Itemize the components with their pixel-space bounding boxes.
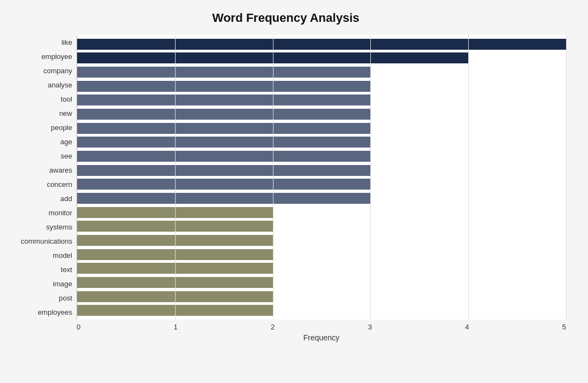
x-tick: 5: [562, 323, 566, 331]
bar: [77, 249, 273, 260]
bar: [77, 179, 370, 190]
bar-row: [77, 290, 566, 304]
bar-row: [77, 135, 566, 150]
y-label: concern: [5, 177, 72, 191]
bar-row: [77, 51, 566, 66]
y-label: model: [5, 249, 72, 263]
bar-row: [77, 191, 566, 205]
y-label: awares: [5, 163, 72, 177]
bar: [77, 305, 273, 316]
x-axis: 012345 Frequency: [77, 323, 566, 342]
bar: [77, 67, 370, 78]
y-label: age: [5, 134, 72, 149]
bar: [77, 221, 273, 232]
bar: [77, 151, 370, 162]
y-label: tool: [5, 92, 72, 106]
bar: [77, 123, 370, 134]
y-label: people: [5, 120, 72, 134]
x-tick: 0: [77, 323, 80, 331]
bar-row: [77, 149, 566, 163]
bar-row: [77, 37, 566, 51]
bar-row: [77, 93, 566, 108]
y-label: new: [5, 106, 72, 120]
y-label: see: [5, 149, 72, 163]
bar: [77, 52, 468, 63]
y-label: add: [5, 192, 72, 206]
y-label: image: [5, 277, 72, 291]
bar-row: [77, 233, 566, 248]
y-label: communications: [5, 234, 72, 249]
bar: [77, 109, 370, 120]
bar: [77, 81, 370, 92]
y-label: like: [5, 35, 72, 49]
bar-row: [77, 275, 566, 290]
bar: [77, 291, 273, 302]
chart-title: Word Frequency Analysis: [5, 11, 566, 25]
bar: [77, 39, 566, 50]
bar-row: [77, 79, 566, 93]
bar: [77, 207, 273, 218]
y-labels: likeemployeecompanyanalysetoolnewpeoplea…: [5, 35, 77, 320]
y-label: post: [5, 291, 72, 305]
y-label: company: [5, 63, 72, 78]
bar-row: [77, 107, 566, 121]
y-label: employee: [5, 49, 72, 63]
x-tick: 3: [368, 323, 372, 331]
bar-row: [77, 163, 566, 178]
y-label: systems: [5, 220, 72, 234]
bar: [77, 165, 370, 176]
bar-row: [77, 262, 566, 276]
y-label: text: [5, 263, 72, 277]
bar: [77, 235, 273, 246]
bar-row: [77, 65, 566, 79]
x-tick: 1: [174, 323, 178, 331]
bar: [77, 137, 370, 148]
bar-row: [77, 303, 566, 317]
bar-row: [77, 121, 566, 135]
x-tick: 2: [271, 323, 275, 331]
bar: [77, 95, 370, 105]
bar: [77, 277, 273, 288]
bar-row: [77, 220, 566, 234]
bar: [77, 263, 273, 274]
bar-row: [77, 205, 566, 220]
bar-row: [77, 248, 566, 262]
grid-line: [566, 35, 567, 320]
y-label: monitor: [5, 206, 72, 220]
bar: [77, 193, 370, 204]
y-label: employees: [5, 305, 72, 320]
bars-area: [77, 35, 566, 320]
y-label: analyse: [5, 78, 72, 92]
chart-container: Word Frequency Analysis likeemployeecomp…: [0, 0, 588, 383]
x-axis-label: Frequency: [77, 333, 566, 342]
x-tick: 4: [465, 323, 469, 331]
bar-row: [77, 178, 566, 192]
